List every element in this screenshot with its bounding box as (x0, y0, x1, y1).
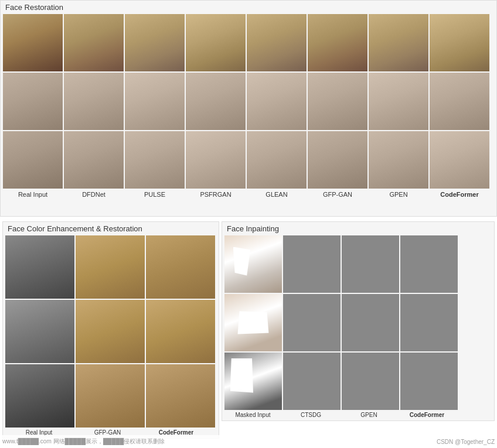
fce-row-1 (5, 235, 216, 299)
face-restoration-section: Face Restoration (0, 0, 497, 217)
fi-r1c2 (283, 235, 341, 293)
fi-row-3 (224, 353, 492, 410)
fr-r3c6 (308, 131, 367, 189)
fr-r3c7 (369, 131, 428, 189)
fr-r3c8 (430, 131, 489, 189)
fr-r3c5 (247, 131, 307, 189)
fr-r1c5 (247, 14, 307, 71)
fce-grid (5, 235, 216, 428)
fr-r3c2 (64, 131, 124, 189)
fi-r3c3 (342, 353, 399, 410)
face-restoration-grid (3, 14, 494, 189)
fce-r3c2 (76, 364, 145, 428)
fce-title: Face Color Enhancement & Restoration (5, 224, 216, 233)
fce-row-2 (5, 300, 216, 363)
fi-r2c1 (224, 294, 282, 351)
watermark-text: www.t█████.com 网络█████展示，█████侵权请联系删除 (2, 437, 165, 446)
fi-r2c4 (400, 294, 458, 351)
face-inpainting-section: Face Inpainting (222, 221, 495, 421)
fi-captions: Masked Input CTSDG GPEN CodeFormer (224, 412, 492, 418)
fi-row-2 (224, 294, 492, 351)
fr-r1c8 (430, 14, 489, 71)
face-color-section: Face Color Enhancement & Restoration (2, 221, 219, 439)
fr-r1c3 (125, 14, 185, 71)
fce-r1c2 (76, 235, 145, 299)
fi-r3c1 (224, 353, 282, 410)
fce-r2c1 (5, 300, 74, 363)
fi-r3c4 (400, 353, 458, 410)
bottom-sections: Face Color Enhancement & Restoration (2, 221, 495, 439)
fr-r2c7 (369, 73, 428, 130)
fr-caption-4: GLEAN (247, 191, 307, 198)
fr-caption-3: PSFRGAN (186, 191, 246, 198)
fr-r3c3 (125, 131, 185, 189)
fi-row-1 (224, 235, 492, 293)
fi-r2c3 (342, 294, 399, 351)
fi-caption-2: GPEN (341, 412, 397, 418)
fi-r1c4 (400, 235, 458, 293)
fi-caption-0: Masked Input (224, 412, 281, 418)
fr-r2c6 (308, 73, 367, 130)
fce-r2c3 (146, 300, 215, 363)
fr-caption-2: PULSE (125, 191, 185, 198)
fr-caption-5: GFP-GAN (308, 191, 367, 198)
fi-r1c1 (224, 235, 282, 293)
fi-title: Face Inpainting (224, 224, 492, 233)
fr-caption-0: Real Input (3, 191, 63, 198)
fr-row-1 (3, 14, 494, 71)
fr-caption-6: GPEN (369, 191, 428, 198)
face-restoration-title: Face Restoration (3, 3, 494, 12)
fr-caption-7: CodeFormer (430, 191, 489, 198)
fr-r1c6 (308, 14, 367, 71)
fce-r1c1 (5, 235, 74, 299)
fr-r2c3 (125, 73, 185, 130)
fce-r2c2 (76, 300, 145, 363)
fr-r3c1 (3, 131, 63, 189)
fr-r1c1 (3, 14, 63, 71)
fr-row-3 (3, 131, 494, 189)
fi-caption-3: CodeFormer (399, 412, 455, 418)
fr-caption-1: DFDNet (64, 191, 124, 198)
fi-r3c2 (283, 353, 341, 410)
fr-r1c7 (369, 14, 428, 71)
fr-r3c4 (186, 131, 246, 189)
fr-row-2 (3, 73, 494, 130)
fi-caption-1: CTSDG (282, 412, 339, 418)
fr-r2c5 (247, 73, 307, 130)
fi-r2c2 (283, 294, 341, 351)
csdn-watermark: CSDN @Together_CZ (437, 439, 495, 445)
page-container: Face Restoration (0, 0, 497, 448)
fce-r1c3 (146, 235, 215, 299)
fr-r1c4 (186, 14, 246, 71)
footer-watermark: www.t█████.com 网络█████展示，█████侵权请联系删除 CS… (0, 435, 497, 448)
fr-r1c2 (64, 14, 124, 71)
fce-r3c3 (146, 364, 215, 428)
fr-captions: Real Input DFDNet PULSE PSFRGAN GLEAN GF… (3, 191, 494, 198)
fr-r2c8 (430, 73, 489, 130)
fi-grid (224, 235, 492, 410)
fr-r2c2 (64, 73, 124, 130)
fr-r2c4 (186, 73, 246, 130)
fi-r1c3 (342, 235, 399, 293)
fce-row-3 (5, 364, 216, 428)
fr-r2c1 (3, 73, 63, 130)
fce-r3c1 (5, 364, 74, 428)
